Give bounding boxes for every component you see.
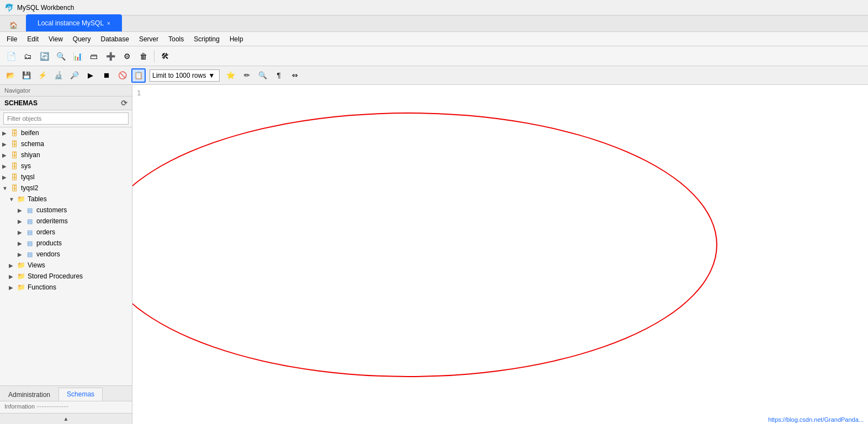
query-toolbar: 📂 💾 ⚡ 🔬 🔎 ▶ ⏹ 🚫 📋 Limit to 1000 rows ▼ ⭐…: [0, 66, 868, 85]
menu-scripting[interactable]: Scripting: [189, 34, 224, 44]
menu-view[interactable]: View: [44, 34, 67, 44]
menu-tools[interactable]: Tools: [164, 34, 188, 44]
create-schema-btn[interactable]: ➕: [103, 49, 118, 64]
find-replace-btn[interactable]: 🔍: [255, 68, 270, 83]
filter-box: [0, 110, 132, 127]
schema-sys-label: sys: [21, 162, 31, 170]
schema-shiyan-label: shiyan: [21, 151, 40, 159]
execute-explain-btn[interactable]: 🔬: [51, 68, 66, 83]
folder-icon-views: 📁: [17, 261, 25, 270]
arrow-views: ▶: [9, 262, 17, 269]
main-area: Navigator SCHEMAS ⟳ ▶ 🗄 beifen ▶ 🗄 schem…: [0, 85, 868, 424]
views-label: Views: [28, 261, 45, 269]
menu-database[interactable]: Database: [97, 34, 134, 44]
execute-current-btn[interactable]: ▶: [83, 68, 98, 83]
table-products-label: products: [36, 239, 62, 247]
toggle-output-btn[interactable]: 📋: [131, 68, 146, 83]
execute-btn[interactable]: ⚡: [35, 68, 50, 83]
info-bar: Information ···················: [0, 401, 132, 413]
alter-schema-btn[interactable]: ⚙: [119, 49, 135, 64]
db-icon-shiyan: 🗄: [10, 151, 19, 159]
folder-views[interactable]: ▶ 📁 Views: [0, 260, 132, 271]
menu-help[interactable]: Help: [225, 34, 248, 44]
arrow-tyqsl: ▶: [2, 174, 10, 180]
app-icon: 🐬: [4, 3, 14, 12]
schema-beifen-label: beifen: [21, 129, 39, 137]
arrow-stored-procedures: ▶: [9, 273, 17, 280]
folder-tables[interactable]: ▼ 📁 Tables: [0, 194, 132, 205]
menu-query[interactable]: Query: [68, 34, 95, 44]
schema-schema-label: schema: [21, 140, 44, 148]
limit-rows-label: Limit to 1000 rows: [152, 72, 206, 79]
schema-schema[interactable]: ▶ 🗄 schema: [0, 138, 132, 149]
tab-administration[interactable]: Administration: [0, 388, 58, 401]
schemas-header: SCHEMAS ⟳: [0, 96, 132, 110]
app-title: MySQL Workbench: [17, 4, 74, 12]
folder-stored-procedures[interactable]: ▶ 📁 Stored Procedures: [0, 271, 132, 282]
invisible-chars-btn[interactable]: ¶: [271, 68, 286, 83]
wrap-lines-btn[interactable]: ⇔: [287, 68, 302, 83]
save-file-btn[interactable]: 💾: [19, 68, 34, 83]
new-query-btn[interactable]: 📄: [3, 49, 19, 64]
tab-schemas[interactable]: Schemas: [58, 388, 103, 401]
stop-btn[interactable]: ⏹: [99, 68, 114, 83]
menu-file[interactable]: File: [2, 34, 22, 44]
open-sql-btn[interactable]: 🗂: [20, 49, 35, 64]
table-orderitems-label: orderitems: [36, 217, 68, 225]
schemas-refresh-icon[interactable]: ⟳: [121, 99, 127, 108]
table-icon-products: ▤: [25, 239, 34, 248]
red-ellipse-annotation: [132, 112, 717, 377]
db-icon-tyqsl: 🗄: [10, 173, 19, 181]
filter-objects-input[interactable]: [3, 112, 129, 125]
table-customers-label: customers: [36, 206, 67, 214]
limit-dropdown-arrow: ▼: [208, 72, 215, 79]
folder-icon-tables: 📁: [17, 195, 25, 203]
schema-inspector-btn[interactable]: 🔍: [53, 49, 68, 64]
stop-script-btn[interactable]: 🚫: [115, 68, 130, 83]
navigator-label: Navigator: [0, 85, 132, 96]
table-orderitems[interactable]: ▶ ▤ orderitems: [0, 216, 132, 227]
drop-schema-btn[interactable]: 🗑: [136, 49, 151, 64]
arrow-vendors: ▶: [18, 251, 25, 257]
scroll-area[interactable]: ▲: [0, 413, 132, 424]
schema-shiyan[interactable]: ▶ 🗄 shiyan: [0, 149, 132, 160]
tab-bar: 🏠 Local instance MySQL ×: [0, 15, 868, 32]
arrow-orders: ▶: [18, 229, 25, 235]
table-customers[interactable]: ▶ ▤ customers: [0, 205, 132, 216]
tab-local-instance[interactable]: Local instance MySQL ×: [26, 14, 122, 31]
table-icon-orders: ▤: [25, 228, 34, 237]
beautify-btn[interactable]: ✏: [239, 68, 254, 83]
execute-selection-btn[interactable]: 🔎: [67, 68, 82, 83]
table-products[interactable]: ▶ ▤ products: [0, 238, 132, 249]
table-vendors[interactable]: ▶ ▤ vendors: [0, 249, 132, 260]
schema-sys[interactable]: ▶ 🗄 sys: [0, 160, 132, 171]
arrow-orderitems: ▶: [18, 218, 25, 224]
line-number-1: 1: [137, 89, 141, 97]
db-icon-tyqsl2: 🗄: [10, 184, 19, 192]
reconnect-btn[interactable]: 🔄: [36, 49, 52, 64]
schema-tyqsl2[interactable]: ▼ 🗄 tyqsl2: [0, 183, 132, 194]
table-vendors-label: vendors: [36, 250, 60, 258]
editor-area[interactable]: 1: [132, 85, 868, 424]
table-orders-label: orders: [36, 228, 55, 236]
folder-functions[interactable]: ▶ 📁 Functions: [0, 282, 132, 293]
functions-label: Functions: [28, 283, 56, 291]
scroll-up-btn[interactable]: ▲: [63, 416, 69, 422]
tab-close-btn[interactable]: ×: [107, 20, 110, 26]
menu-edit[interactable]: Edit: [23, 34, 43, 44]
open-file-btn[interactable]: 📂: [3, 68, 18, 83]
schema-tree: ▶ 🗄 beifen ▶ 🗄 schema ▶ 🗄 shiyan ▶ 🗄 sys: [0, 127, 132, 385]
tab-home[interactable]: 🏠: [2, 19, 25, 31]
table-inspector-btn[interactable]: 🗃: [86, 49, 102, 64]
management-btn[interactable]: 🛠: [157, 49, 173, 64]
table-data-btn[interactable]: 📊: [70, 49, 85, 64]
table-orders[interactable]: ▶ ▤ orders: [0, 227, 132, 238]
schema-tyqsl[interactable]: ▶ 🗄 tyqsl: [0, 171, 132, 183]
main-toolbar: 📄 🗂 🔄 🔍 📊 🗃 ➕ ⚙ 🗑 🛠: [0, 46, 868, 66]
limit-rows-select[interactable]: Limit to 1000 rows ▼: [150, 69, 220, 82]
arrow-tables: ▼: [9, 196, 17, 202]
add-favorite-btn[interactable]: ⭐: [223, 68, 238, 83]
menu-server[interactable]: Server: [135, 34, 163, 44]
schema-beifen[interactable]: ▶ 🗄 beifen: [0, 127, 132, 138]
folder-icon-stored-procedures: 📁: [17, 272, 25, 281]
